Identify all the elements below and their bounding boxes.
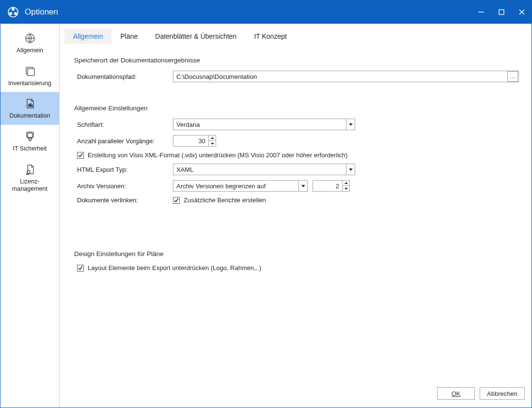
sidebar-item-dokumentation[interactable]: Dokumentation — [0, 92, 59, 125]
doc-path-value: C:\Docusnap\Documentation — [173, 73, 505, 80]
suppress-vdx-label: Erstellung von Visio XML-Format (.vdx) u… — [88, 151, 347, 159]
section-heading-design: Design Einstellungen für Pläne — [74, 250, 519, 257]
doc-path-label: Dokumentationspfad: — [77, 73, 173, 80]
tab-strip: Allgemein Pläne Datenblätter & Übersicht… — [60, 24, 532, 44]
spinner-up-icon[interactable] — [343, 181, 349, 186]
chevron-down-icon[interactable] — [298, 181, 307, 191]
svg-point-3 — [14, 12, 17, 15]
svg-point-1 — [12, 8, 15, 11]
chevron-down-icon[interactable] — [346, 164, 355, 175]
ok-label: OK — [452, 390, 461, 397]
suppress-layout-label: Layout Elemente beim Export unterdrücken… — [88, 264, 261, 272]
app-icon — [7, 6, 19, 18]
section-heading-storage: Speicherort der Dokumentationsergebnisse — [74, 57, 519, 64]
tab-itkonzept[interactable]: IT Konzept — [245, 29, 295, 44]
sidebar-item-label: Allgemein — [16, 47, 43, 55]
window-title: Optionen — [25, 7, 58, 17]
parallel-spinner[interactable]: 30 — [173, 135, 216, 147]
license-icon — [23, 163, 37, 176]
maximize-button[interactable] — [495, 5, 508, 19]
archive-mode-value: Archiv Versionen begrenzen auf — [173, 182, 298, 190]
shield-icon — [23, 130, 37, 143]
sidebar-item-label: Lizenz- management — [12, 178, 47, 193]
spinner-down-icon[interactable] — [209, 141, 216, 146]
inventory-icon — [23, 64, 37, 78]
font-value: Verdana — [173, 121, 346, 128]
sidebar-item-label: IT Sicherheit — [13, 145, 47, 153]
sidebar-item-lizenz-management[interactable]: Lizenz- management — [0, 158, 59, 198]
svg-rect-5 — [499, 10, 504, 15]
extra-reports-label: Zusätzliche Berichte erstellen — [184, 196, 266, 204]
archive-label: Archiv Versionen: — [77, 182, 173, 190]
font-select[interactable]: Verdana — [173, 119, 355, 130]
parallel-label: Anzahl paralleler Vorgänge: — [77, 137, 173, 145]
html-export-value: XAML — [173, 166, 346, 173]
archive-mode-select[interactable]: Archiv Versionen begrenzen auf — [173, 180, 308, 192]
browse-button[interactable]: ... — [507, 71, 518, 82]
svg-rect-10 — [28, 69, 34, 76]
extra-reports-checkbox[interactable] — [173, 197, 180, 204]
sidebar-item-allgemein[interactable]: Allgemein — [0, 27, 59, 60]
chevron-down-icon[interactable] — [346, 119, 355, 130]
dialog-footer: OK Abbrechen — [60, 382, 532, 408]
ok-button[interactable]: OK — [437, 387, 475, 400]
spinner-down-icon[interactable] — [343, 186, 349, 191]
globe-icon — [23, 31, 37, 45]
document-chart-icon — [23, 97, 37, 110]
svg-rect-13 — [31, 105, 32, 106]
spinner-up-icon[interactable] — [209, 136, 216, 141]
html-export-label: HTML Export Typ: — [77, 166, 173, 173]
svg-rect-11 — [29, 105, 30, 106]
sidebar-item-label: Dokumentation — [9, 112, 50, 120]
suppress-vdx-checkbox[interactable] — [77, 152, 84, 159]
parallel-value: 30 — [173, 137, 208, 145]
tab-allgemein[interactable]: Allgemein — [64, 29, 111, 44]
window-titlebar: Optionen — [0, 0, 532, 24]
sidebar-item-it-sicherheit[interactable]: IT Sicherheit — [0, 125, 59, 158]
suppress-layout-checkbox[interactable] — [77, 265, 84, 272]
archive-count-value: 2 — [313, 182, 342, 190]
sidebar: Allgemein Inventarisierung — [0, 24, 60, 408]
close-button[interactable] — [515, 5, 529, 19]
sidebar-item-inventarisierung[interactable]: Inventarisierung — [0, 60, 59, 92]
svg-rect-12 — [30, 104, 31, 106]
minimize-button[interactable] — [474, 5, 488, 19]
cancel-button[interactable]: Abbrechen — [480, 387, 525, 400]
link-docs-label: Dokumente verlinken: — [77, 196, 173, 204]
tab-plaene[interactable]: Pläne — [111, 29, 146, 44]
archive-count-spinner[interactable]: 2 — [313, 180, 350, 192]
section-heading-general: Allgemeine Einstellungen — [74, 105, 519, 112]
tab-datenblaetter[interactable]: Datenblätter & Übersichten — [146, 29, 245, 44]
html-export-select[interactable]: XAML — [173, 164, 355, 175]
sidebar-item-label: Inventarisierung — [8, 80, 51, 88]
doc-path-input[interactable]: C:\Docusnap\Documentation ... — [173, 71, 519, 82]
svg-point-2 — [9, 12, 12, 15]
font-label: Schriftart: — [77, 121, 173, 128]
